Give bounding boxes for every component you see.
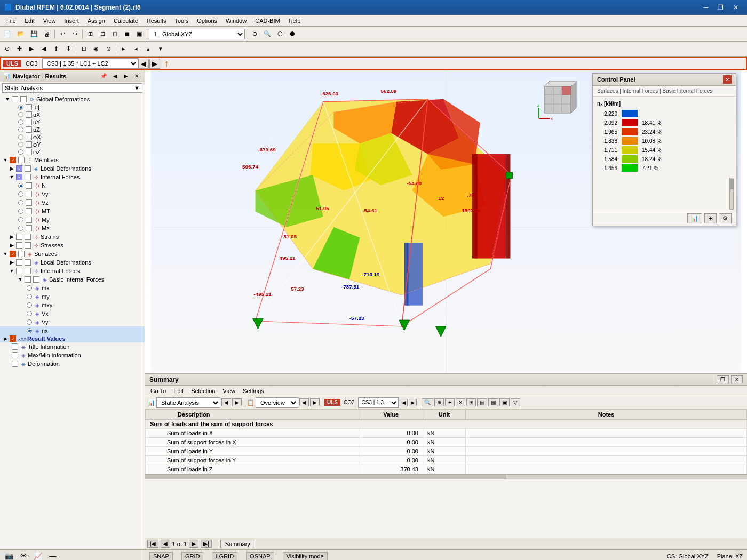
menu-tools[interactable]: Tools [170, 17, 193, 25]
summary-next-btn[interactable]: ▶ [232, 398, 242, 406]
cb-My[interactable] [26, 217, 32, 223]
3d-navigation-cube[interactable]: x z [534, 76, 582, 124]
cs-dropdown[interactable]: CS3 | 1.35 * LC1 + LC2 [42, 58, 138, 69]
cp-btn-3[interactable]: ⚙ [719, 213, 732, 223]
expand-icon-strains[interactable]: ▶ [9, 234, 15, 240]
checkbox-global-def[interactable] [12, 96, 18, 102]
summary-menu-view[interactable]: View [219, 387, 239, 395]
menu-calculate[interactable]: Calculate [109, 17, 142, 25]
summary-horizontal-scrollbar[interactable] [145, 474, 747, 479]
summary-close-btn[interactable]: ✕ [731, 375, 743, 383]
status-lgrid[interactable]: LGRID [212, 552, 237, 561]
summary-cs-dropdown[interactable]: CS3 | 1.3... [358, 397, 399, 408]
status-grid[interactable]: GRID [181, 552, 204, 561]
tree-global-deformations[interactable]: ▼ ⟳ Global Deformations [0, 95, 145, 103]
minimize-button[interactable]: ─ [699, 3, 712, 12]
tree-uz[interactable]: uZ [0, 126, 145, 133]
radio-uy[interactable] [18, 119, 23, 125]
table-row[interactable]: Sum of loads in Y 0.00 kN [146, 447, 747, 456]
tree-basic-int-forces[interactable]: ▼ ◈ Basic Internal Forces [0, 275, 145, 284]
radio-mxy[interactable] [27, 302, 32, 308]
radio-Vy[interactable] [18, 191, 23, 197]
cb-phix[interactable] [26, 134, 32, 140]
table-row[interactable]: Sum of loads in X 0.00 kN [146, 429, 747, 438]
cb-basic[interactable] [25, 276, 31, 283]
tree-phiy[interactable]: φY [0, 141, 145, 148]
radio-u-abs[interactable] [18, 105, 23, 110]
stb-12[interactable]: ▴ [142, 43, 154, 55]
menu-view[interactable]: View [39, 17, 60, 25]
stb-7[interactable]: ⊞ [78, 43, 90, 55]
cb-u-abs[interactable] [26, 104, 32, 110]
cb2-surf-int[interactable] [25, 268, 31, 274]
tree-surf-local-def[interactable]: ▶ ◈ Local Deformations [0, 258, 145, 267]
tree-N[interactable]: ⟨⟩ N [0, 181, 145, 190]
legend-scrollbar[interactable] [729, 178, 734, 210]
menu-file[interactable]: File [2, 17, 20, 25]
tree-result-values[interactable]: ▶ ✓ xxx Result Values [0, 335, 145, 342]
summary-tb-btn3[interactable]: ✦ [445, 398, 455, 406]
nav-close-btn[interactable]: ✕ [132, 72, 141, 80]
tree-mxy[interactable]: ◈ mxy [0, 301, 145, 309]
radio-ux[interactable] [18, 112, 23, 117]
save-btn[interactable]: 💾 [28, 28, 41, 40]
cb-Mz[interactable] [26, 225, 32, 231]
expand-icon-local-def[interactable]: ▶ [9, 165, 15, 172]
expand-icon-surfaces[interactable]: ▼ [2, 251, 9, 257]
summary-menu-selection[interactable]: Selection [188, 387, 218, 395]
stb-13[interactable]: ▾ [155, 43, 166, 55]
tree-local-def[interactable]: ▶ ▪ ◈ Local Deformations [0, 164, 145, 173]
tb-btn-4[interactable]: ◼ [121, 28, 133, 40]
radio-My[interactable] [18, 217, 23, 222]
cb-surfaces[interactable]: ✓ [10, 251, 16, 257]
analysis-type-dropdown[interactable]: Static Analysis ▼ [2, 83, 142, 93]
tree-surfaces[interactable]: ▼ ✓ ◈ Surfaces [0, 250, 145, 258]
nav-bottom-cam-btn[interactable]: 📷 [2, 551, 17, 560]
control-panel-close-btn[interactable]: ✕ [723, 75, 732, 84]
table-row[interactable]: Sum of loads in Z 370.43 kN [146, 465, 747, 474]
summary-tb-btn2[interactable]: ⊕ [434, 398, 444, 406]
menu-edit[interactable]: Edit [20, 17, 39, 25]
coordinate-system-dropdown[interactable]: 1 - Global XYZ [149, 29, 245, 39]
menu-options[interactable]: Options [193, 17, 221, 25]
tree-phix[interactable]: φX [0, 133, 145, 141]
radio-vy-surf[interactable] [27, 319, 32, 325]
summary-cs-next-btn[interactable]: ▶ [409, 399, 417, 406]
view-btn-4[interactable]: ⬢ [287, 28, 298, 40]
cb2-basic[interactable] [33, 276, 39, 283]
stb-11[interactable]: ◂ [130, 43, 142, 55]
tb-btn-3[interactable]: ◻ [109, 28, 121, 40]
tree-MT[interactable]: ⟨⟩ MT [0, 207, 145, 215]
nav-bottom-eye-btn[interactable]: 👁 [18, 551, 30, 560]
cb-N[interactable] [26, 182, 32, 189]
summary-table-wrapper[interactable]: Description Value Unit Notes Sum of load… [145, 409, 747, 538]
nav-bottom-chart-btn[interactable]: 📈 [31, 551, 45, 560]
tree-mx[interactable]: ◈ mx [0, 284, 145, 292]
new-btn[interactable]: 📄 [1, 28, 14, 40]
checkbox2-global-def[interactable] [20, 96, 27, 102]
radio-uz[interactable] [18, 127, 23, 132]
tree-vy-surf[interactable]: ◈ Vy [0, 318, 145, 326]
tree-my-surf[interactable]: ◈ my [0, 292, 145, 301]
tb-btn-2[interactable]: ⊟ [97, 28, 108, 40]
checkbox2-members[interactable] [18, 157, 25, 163]
stb-2[interactable]: ✚ [13, 43, 25, 55]
tree-strains[interactable]: ▶ ⊹ Strains [0, 233, 145, 241]
menu-window[interactable]: Window [221, 17, 251, 25]
table-row[interactable]: Sum of support forces in Y 0.00 kN [146, 456, 747, 465]
expand-icon-surf-local[interactable]: ▶ [9, 259, 15, 266]
stb-3[interactable]: ▶ [26, 43, 37, 55]
cb2-surfaces[interactable] [18, 251, 25, 257]
expand-icon-int-forces[interactable]: ▼ [9, 174, 15, 180]
tb-btn-5[interactable]: ▣ [133, 28, 145, 40]
cb-uy[interactable] [26, 119, 32, 125]
summary-cs-prev-btn[interactable]: ◀ [400, 399, 408, 406]
tree-surf-int-forces[interactable]: ▼ ⊹ Internal Forces [0, 267, 145, 275]
cb-local-def[interactable]: ▪ [16, 165, 22, 172]
cp-btn-2[interactable]: ⊞ [704, 213, 717, 223]
table-row[interactable]: Sum of support forces in X 0.00 kN [146, 438, 747, 447]
combo-prev-btn[interactable]: ◀ [138, 59, 149, 69]
status-visibility[interactable]: Visibility mode [283, 552, 328, 561]
radio-MT[interactable] [18, 209, 23, 214]
stb-5[interactable]: ⬆ [50, 43, 62, 55]
